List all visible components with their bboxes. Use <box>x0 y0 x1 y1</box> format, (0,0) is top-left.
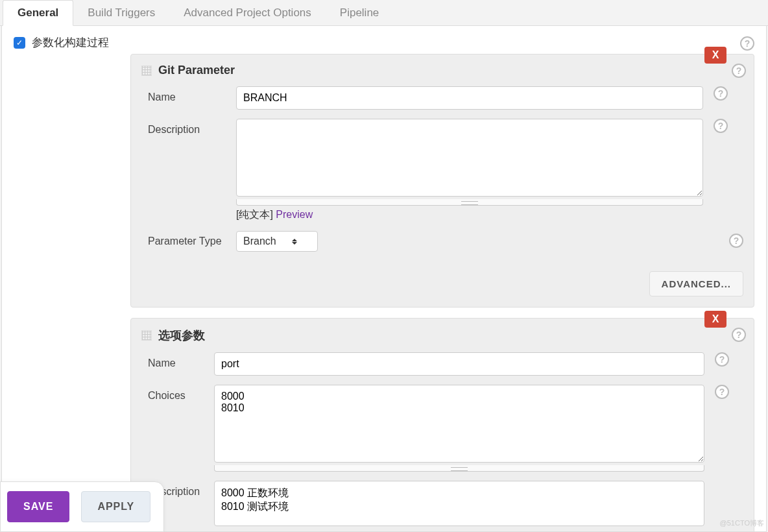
parameter-type-value: Branch <box>243 236 276 247</box>
name-row: Name ? <box>148 352 743 376</box>
parameterized-label: 参数化构建过程 <box>32 35 109 50</box>
help-icon[interactable]: ? <box>740 36 754 51</box>
tab-general[interactable]: General <box>3 0 73 26</box>
drag-handle-icon[interactable] <box>141 66 152 76</box>
help-icon[interactable]: ? <box>729 234 743 248</box>
help-icon[interactable]: ? <box>715 352 729 367</box>
choices-input[interactable] <box>214 385 704 463</box>
name-row: Name ? <box>148 86 743 110</box>
parameter-type-label: Parameter Type <box>148 236 226 247</box>
choices-row: Choices ? <box>148 385 743 472</box>
description-input[interactable] <box>214 481 704 526</box>
tab-pipeline[interactable]: Pipeline <box>326 0 394 25</box>
panel-title: 选项参数 <box>158 328 205 343</box>
name-input[interactable] <box>236 86 703 110</box>
parameter-type-select[interactable]: Branch <box>236 231 318 252</box>
drag-handle-icon[interactable] <box>141 330 152 341</box>
save-button[interactable]: SAVE <box>7 491 69 522</box>
description-row: Description <box>148 481 743 529</box>
chevron-updown-icon <box>292 239 297 245</box>
choices-label: Choices <box>148 385 204 402</box>
description-row: Description [纯文本] Preview ? <box>148 119 743 222</box>
name-input[interactable] <box>214 352 704 376</box>
advanced-button[interactable]: ADVANCED... <box>649 271 743 296</box>
git-parameter-panel: X Git Parameter ? Name ? Description <box>130 54 754 308</box>
tab-advanced-project-options[interactable]: Advanced Project Options <box>169 0 326 25</box>
name-label: Name <box>148 352 204 369</box>
choice-parameter-panel: X 选项参数 ? Name ? Choices <box>130 318 754 532</box>
help-icon[interactable]: ? <box>715 385 729 399</box>
config-tabs: General Build Triggers Advanced Project … <box>0 0 768 26</box>
content-pane: ✓ 参数化构建过程 ? X Git Parameter ? Name ? <box>1 26 767 532</box>
tab-build-triggers[interactable]: Build Triggers <box>73 0 169 25</box>
action-bar: SAVE APPLY <box>0 481 164 532</box>
description-input[interactable] <box>236 119 703 197</box>
help-icon[interactable]: ? <box>714 119 728 133</box>
watermark: @51CTO博客 <box>720 518 764 528</box>
parameterized-checkbox[interactable]: ✓ <box>14 37 25 49</box>
plain-text-label: [纯文本] <box>236 209 276 220</box>
parameter-type-row: Parameter Type Branch ? <box>148 231 743 252</box>
name-label: Name <box>148 86 226 103</box>
help-icon[interactable]: ? <box>732 64 746 78</box>
resize-handle[interactable] <box>236 199 703 206</box>
help-icon[interactable]: ? <box>714 86 728 101</box>
resize-handle[interactable] <box>214 465 704 472</box>
preview-link[interactable]: Preview <box>276 209 313 220</box>
help-icon[interactable]: ? <box>732 328 746 342</box>
description-label: Description <box>148 119 226 136</box>
panel-title: Git Parameter <box>158 64 235 77</box>
apply-button[interactable]: APPLY <box>81 491 150 522</box>
